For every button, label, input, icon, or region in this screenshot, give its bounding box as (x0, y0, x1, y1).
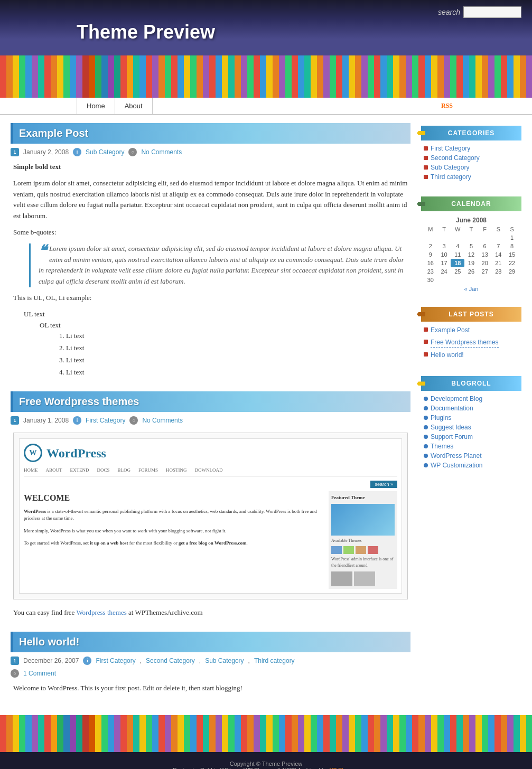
blogroll-item-8: WP Customization (424, 462, 519, 469)
blogroll-bullet-icon (424, 406, 428, 410)
cal-day: 1 (505, 233, 519, 242)
blogroll-link-7[interactable]: WordPress Planet (431, 452, 482, 459)
cal-day: 14 (492, 250, 506, 259)
post-cat2-hello[interactable]: Second Category (146, 657, 195, 664)
post-date-example: January 2, 2008 (23, 148, 69, 156)
cal-day (437, 276, 451, 284)
blogroll-bullet-icon (424, 435, 428, 439)
calendar-widget-title: CALENDAR (451, 200, 491, 208)
sidebar: CATEGORIES First Category Second Categor… (421, 123, 521, 707)
cal-day: 22 (505, 259, 519, 267)
last-post-item-2: Free Wordpress themes (424, 338, 519, 348)
post-title-hello[interactable]: Hello world! (19, 636, 79, 648)
wp-theme-thumbs (331, 546, 395, 554)
blogroll-link-1[interactable]: Development Blog (431, 395, 482, 402)
blogroll-link-8[interactable]: WP Customization (431, 462, 482, 469)
last-post-link-2[interactable]: Free Wordpress themes (431, 338, 499, 348)
post-comments-count-hello[interactable]: 1 Comment (23, 670, 56, 677)
wp-nav-home: HOME (24, 466, 38, 474)
post-paragraph1: Lorem ipsum dolor sit amet, consectetur … (13, 178, 408, 222)
post-title-example[interactable]: Example Post (19, 127, 88, 139)
post-title-wp[interactable]: Free Wordpress themes (19, 396, 139, 408)
cal-day: 15 (505, 250, 519, 259)
content-area: Example Post 1 January 2, 2008 i Sub Cat… (11, 123, 421, 707)
last-post-bullet-icon (424, 352, 428, 357)
post-comments-wp[interactable]: No Comments (142, 417, 183, 424)
category-link-1[interactable]: First Category (431, 145, 470, 152)
cal-day (478, 233, 492, 242)
wp-nav-blog: BLOG (118, 466, 131, 474)
blogroll-link-5[interactable]: Support Forum (431, 433, 473, 440)
post-category-example[interactable]: Sub Category (86, 148, 124, 156)
post-content-wp: W WordPress HOME ABOUT EXTEND DOCS BLOG … (11, 433, 410, 618)
categories-widget-title: CATEGORIES (448, 129, 494, 137)
ol-text: OL text (40, 321, 61, 329)
search-input[interactable] (463, 6, 521, 18)
wp-content-grid: WELCOME WordPress is a state-of-the-art … (24, 491, 397, 589)
cal-day (424, 233, 437, 242)
post-meta-example: 1 January 2, 2008 i Sub Category ○ No Co… (11, 148, 410, 156)
last-post-link-3[interactable]: Hello world! (431, 351, 464, 360)
post-content-example: Simple bold text Lorem ipsum dolor sit a… (11, 162, 410, 378)
cal-day: 25 (451, 267, 464, 276)
meta-comment-icon-wp: ○ (129, 416, 138, 425)
meta-comment-icon: ○ (128, 148, 137, 156)
footer-design: Design by Robbie Williams WP Themes & N0… (0, 767, 532, 769)
blogroll-content: Development Blog Documentation Plugins S… (421, 391, 521, 475)
wordpress-themes-link[interactable]: Wordpress themes (76, 608, 126, 616)
cal-day (505, 276, 519, 284)
post-cat4-hello[interactable]: Third category (254, 657, 295, 664)
category-link-4[interactable]: Third category (431, 173, 471, 181)
pencils-decoration-top (0, 55, 532, 98)
wp-search-button[interactable]: search » (370, 481, 397, 488)
post-comments-example[interactable]: No Comments (141, 148, 182, 156)
blogroll-widget-title: BLOGROLL (451, 380, 491, 387)
footer-design-text: Design by Robbie Williams WP Themes & N0… (173, 767, 328, 769)
blogroll-link-6[interactable]: Themes (431, 443, 453, 450)
category-link-3[interactable]: Sub Category (431, 164, 469, 171)
quote-mark: ❝ (39, 243, 46, 258)
cal-day: 2 (424, 242, 437, 250)
cal-day: 24 (437, 267, 451, 276)
post-cat1-hello[interactable]: First Category (96, 657, 135, 664)
cal-day (492, 276, 506, 284)
cal-day: 21 (492, 259, 506, 267)
blogroll-item-5: Support Forum (424, 433, 519, 440)
nav-home[interactable]: Home (77, 98, 115, 114)
blogroll-pencil-icon (417, 381, 425, 386)
nav-about[interactable]: About (115, 98, 153, 114)
category-link-2[interactable]: Second Category (431, 154, 480, 162)
last-post-link-1[interactable]: Example Post (431, 326, 470, 335)
site-footer: Copyright © Theme Preview Design by Robb… (0, 715, 532, 769)
cal-day (451, 233, 464, 242)
rss-link[interactable]: RSS (441, 102, 453, 110)
cal-day: 4 (451, 242, 464, 250)
footer-yt-link[interactable]: YT Themes (330, 767, 359, 769)
find-themes-text: You can easy find free Wordpress themes … (13, 607, 408, 618)
post-blockquote: ❝ Lorem ipsum dolor sit amet, consectetu… (29, 243, 408, 287)
last-posts-content: Example Post Free Wordpress themes Hello… (421, 322, 521, 367)
post-category-wp[interactable]: First Category (86, 417, 125, 424)
blogroll-link-2[interactable]: Documentation (431, 405, 473, 412)
blogroll-link-3[interactable]: Plugins (431, 414, 451, 421)
cal-day: 9 (424, 250, 437, 259)
cal-header: T (437, 225, 451, 233)
widget-last-posts: LAST POSTS Example Post Free Wordpress t… (421, 307, 521, 367)
cat-bullet-icon (424, 146, 428, 151)
last-post-item-1: Example Post (424, 326, 519, 335)
list-item: Li text (66, 355, 408, 366)
post-title-bar-example: Example Post (11, 123, 410, 144)
post-date-wp: January 1, 2008 (23, 417, 69, 424)
wp-theme-preview (331, 504, 395, 536)
cal-day: 19 (464, 259, 478, 267)
cal-day: 10 (437, 250, 451, 259)
cal-day: 8 (505, 242, 519, 250)
wp-main-col: WELCOME WordPress is a state-of-the-art … (24, 491, 324, 589)
post-title-bar-hello: Hello world! (11, 632, 410, 652)
post-bold-intro: Simple bold text (13, 162, 408, 173)
blogroll-link-4[interactable]: Suggest Ideas (431, 424, 471, 431)
category-item-2: Second Category (424, 154, 519, 162)
post-cat3-hello[interactable]: Sub Category (205, 657, 244, 664)
calendar-prev-link[interactable]: « Jan (464, 286, 479, 292)
blogroll-item-3: Plugins (424, 414, 519, 421)
